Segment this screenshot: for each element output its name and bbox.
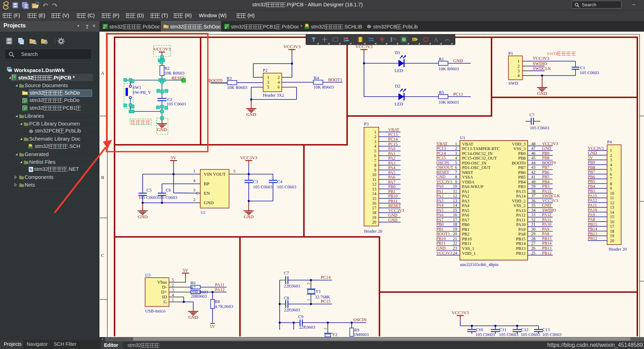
svg-text:PA9: PA9 (542, 227, 549, 232)
svg-text:6: 6 (374, 153, 376, 158)
svg-text:PC14: PC14 (388, 137, 398, 142)
svg-text:VSS_1: VSS_1 (462, 246, 474, 251)
svg-text:D+: D+ (161, 289, 167, 295)
svg-text:105 C0603: 105 C0603 (167, 102, 186, 106)
svg-text:C3: C3 (253, 179, 258, 184)
svg-text:PC15-OSC32_OUT: PC15-OSC32_OUT (462, 156, 497, 161)
svg-text:PA9: PA9 (588, 212, 595, 217)
svg-text:13: 13 (372, 187, 376, 192)
svg-text:D1: D1 (395, 50, 400, 55)
svg-text:C6: C6 (166, 188, 171, 193)
svg-text:22P,0603: 22P,0603 (284, 284, 300, 289)
svg-text:1: 1 (374, 130, 376, 135)
svg-text:VCC3V3: VCC3V3 (153, 46, 170, 52)
svg-text:3: 3 (193, 188, 195, 193)
svg-text:PB3: PB3 (542, 184, 549, 189)
svg-text:PB9: PB9 (542, 151, 549, 156)
svg-text:Header 20: Header 20 (609, 247, 627, 252)
svg-text:PB0: PB0 (388, 184, 396, 189)
svg-text:17: 17 (610, 224, 614, 229)
svg-text:46: 46 (531, 151, 535, 156)
svg-text:PA6: PA6 (388, 175, 395, 180)
svg-text:10: 10 (610, 191, 614, 196)
svg-text:2: 2 (455, 146, 457, 151)
svg-text:GND: GND (542, 203, 551, 208)
svg-text:PA3: PA3 (388, 161, 395, 166)
svg-text:Y1: Y1 (316, 289, 321, 294)
svg-text:5V: 5V (171, 155, 177, 160)
svg-text:19: 19 (610, 233, 614, 238)
svg-text:41: 41 (531, 174, 535, 179)
svg-text:R5: R5 (439, 90, 444, 95)
svg-text:PB11: PB11 (436, 241, 445, 246)
svg-text:GND: GND (436, 174, 445, 179)
svg-text:PA13: PA13 (516, 208, 526, 213)
svg-text:PC13: PC13 (436, 146, 446, 151)
svg-text:GND: GND (542, 146, 551, 151)
svg-text:15: 15 (610, 214, 614, 219)
svg-text:105 C0603: 105 C0603 (138, 195, 158, 200)
svg-text:PB4: PB4 (588, 184, 595, 189)
svg-text:19: 19 (453, 227, 457, 232)
svg-text:105 C0603: 105 C0603 (530, 125, 549, 130)
svg-text:C: C (101, 253, 104, 258)
svg-text:10K R0603: 10K R0603 (438, 66, 459, 71)
svg-text:PB8: PB8 (588, 165, 595, 170)
svg-text:VCC3V3: VCC3V3 (436, 251, 452, 256)
svg-text:VDD_2: VDD_2 (512, 199, 526, 203)
svg-text:4: 4 (610, 162, 612, 167)
svg-text:PA10: PA10 (542, 222, 551, 227)
svg-text:40: 40 (531, 179, 535, 184)
svg-text:C13: C13 (542, 327, 550, 332)
svg-text:17: 17 (372, 206, 376, 211)
svg-text:C5: C5 (147, 188, 152, 193)
svg-text:SWDIO: SWDIO (533, 61, 547, 66)
svg-text:PA5: PA5 (462, 208, 469, 213)
svg-text:R4: R4 (314, 76, 319, 80)
svg-text:BP: BP (204, 181, 209, 186)
svg-text:Vbus: Vbus (157, 279, 167, 285)
svg-text:PA4: PA4 (436, 203, 443, 208)
svg-text:GND: GND (244, 214, 254, 219)
svg-text:VCC3V3: VCC3V3 (283, 44, 300, 49)
svg-text:3: 3 (172, 287, 174, 292)
svg-text:10K R0603: 10K R0603 (164, 71, 184, 76)
svg-text:25: 25 (531, 251, 535, 256)
svg-text:RESET: RESET (388, 203, 401, 208)
svg-text:C1: C1 (580, 65, 585, 70)
svg-text:PB11: PB11 (388, 199, 397, 203)
svg-text:21: 21 (453, 236, 457, 241)
svg-text:PB3: PB3 (588, 188, 595, 193)
svg-text:22P,0603: 22P,0603 (299, 325, 315, 330)
svg-text:PA8: PA8 (542, 231, 549, 236)
svg-text:PA0: PA0 (388, 146, 395, 151)
svg-text:45: 45 (531, 155, 535, 160)
svg-text:11: 11 (453, 189, 457, 194)
svg-text:P4: P4 (607, 140, 612, 144)
svg-text:P2: P2 (263, 68, 267, 73)
svg-text:VBAT: VBAT (462, 142, 474, 147)
svg-text:PB15: PB15 (516, 237, 526, 241)
svg-text:R8: R8 (215, 299, 220, 304)
svg-text:PB4: PB4 (518, 180, 526, 185)
svg-text:PA6: PA6 (436, 212, 443, 217)
svg-text:PB5: PB5 (588, 179, 595, 184)
svg-text:PB8: PB8 (518, 156, 526, 161)
svg-text:PB13: PB13 (516, 246, 526, 251)
svg-text:PB6: PB6 (588, 174, 595, 179)
svg-text:1: 1 (193, 169, 195, 174)
svg-text:PB11: PB11 (462, 241, 471, 246)
svg-text:stm32f103c8t6_48pin: stm32f103c8t6_48pin (460, 262, 499, 267)
svg-text:47: 47 (531, 146, 535, 151)
svg-text:PC14: PC14 (321, 275, 331, 280)
svg-text:2: 2 (610, 153, 612, 158)
svg-text:LED: LED (395, 102, 403, 106)
svg-text:7: 7 (455, 170, 457, 175)
svg-text:SW-PB_V: SW-PB_V (132, 90, 151, 95)
svg-text:PB7: PB7 (518, 165, 526, 170)
svg-text:2: 2 (518, 64, 520, 69)
svg-text:VCC3V3: VCC3V3 (588, 146, 604, 151)
svg-text:14: 14 (610, 210, 614, 215)
svg-text:20R0603: 20R0603 (191, 294, 207, 299)
svg-text:A: A (434, 37, 438, 43)
